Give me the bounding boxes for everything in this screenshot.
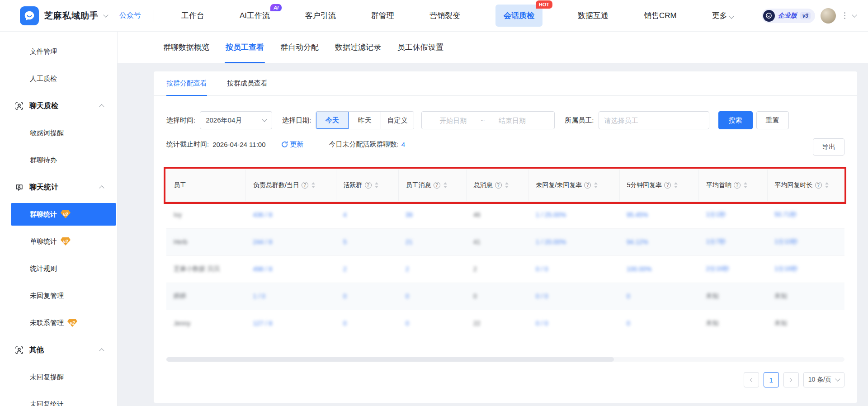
nav-item-marketing-fission[interactable]: 营销裂变 [429, 10, 460, 21]
sort-icon[interactable] [744, 182, 747, 188]
next-page-button[interactable] [783, 372, 799, 387]
help-icon[interactable]: ? [584, 182, 591, 189]
more-options-dots-icon[interactable] [844, 15, 845, 16]
tab-employee-vacation-settings[interactable]: 员工休假设置 [395, 31, 446, 63]
start-date-input[interactable] [428, 117, 478, 124]
sort-icon[interactable] [443, 182, 447, 188]
prev-page-button[interactable] [744, 372, 759, 387]
tab-auto-group-assignment[interactable]: 群自动分配 [278, 31, 321, 63]
sidebar-item-uncontacted-management[interactable]: 未联系管理 v2 [0, 309, 117, 336]
help-icon[interactable]: ? [815, 182, 822, 189]
hot-badge: HOT [536, 0, 552, 9]
sub-tabs: 按群分配查看 按群成员查看 [154, 71, 857, 96]
refresh-link[interactable]: 更新 [281, 140, 304, 149]
page-size-select[interactable]: 10 条/页 [803, 372, 844, 387]
date-option-yesterday[interactable]: 昨天 [349, 112, 381, 129]
subtab-by-group-assignment[interactable]: 按群分配查看 [166, 71, 207, 95]
user-avatar[interactable] [821, 8, 836, 24]
date-option-custom[interactable]: 自定义 [381, 112, 414, 129]
sidebar-group-chat-qc[interactable]: 聊天质检 [0, 92, 117, 119]
official-account-link[interactable]: 公众号 [119, 11, 141, 20]
col-staff-messages: 员工消息? [398, 170, 466, 201]
col-unreplied-rate: 未回复/未回复率? [528, 170, 619, 201]
nav-item-more[interactable]: 更多 [712, 10, 733, 21]
sidebar-item-single-chat-stats[interactable]: 单聊统计 v2 [0, 228, 117, 255]
nav-item-session-qc[interactable]: 会话质检HOT [495, 5, 542, 27]
subtab-by-group-member[interactable]: 按群成员查看 [227, 71, 268, 95]
nav-item-customer-acquisition[interactable]: 客户引流 [305, 10, 336, 21]
nav-item-group-management[interactable]: 群管理 [371, 10, 394, 21]
sidebar-item-unreplied-alert[interactable]: 未回复提醒 [0, 364, 117, 391]
sort-icon[interactable] [505, 182, 509, 188]
collapse-chevron-icon[interactable] [99, 348, 104, 353]
sort-icon[interactable] [825, 182, 829, 188]
search-button[interactable]: 搜索 [718, 111, 753, 129]
sort-icon[interactable] [375, 182, 378, 188]
brand[interactable]: 芝麻私域助手 [20, 6, 108, 25]
table-row: Herb 244 / 8 5 21 41 1 / 20.00% 94.12% 1… [166, 228, 844, 255]
col-5min-reply-rate: 5分钟回复率? [619, 170, 699, 201]
filter-bar: 选择时间: 2026年04月 选择日期: 今天 昨天 自定义 ~ 所属员工: 搜… [166, 111, 844, 129]
help-icon[interactable]: ? [302, 182, 308, 189]
brand-chevron-down-icon [103, 12, 108, 17]
scrollbar-thumb[interactable] [166, 357, 614, 362]
table-header-row: 员工 负责总群数/当日? 活跃群? 员工消息? 总消息? 未回复/未回复率? 5… [166, 170, 844, 201]
pagination: 1 10 条/页 [744, 372, 844, 387]
edition-badge[interactable]: 企业版 v3 [762, 9, 815, 23]
v2-badge: v2 [61, 210, 71, 218]
sidebar-item-group-chat-stats[interactable]: 群聊统计 v2 [11, 203, 116, 226]
tab-data-filter-records[interactable]: 数据过滤记录 [332, 31, 384, 63]
chat-person-icon [15, 184, 23, 191]
date-filter-label: 选择日期: [282, 116, 311, 125]
page-tabs: 群聊数据概览 按员工查看 群自动分配 数据过滤记录 员工休假设置 [118, 32, 868, 63]
table-row: 婷婷 1 / 0 0 0 0 0 / 0 0 未知 未知 [166, 283, 844, 310]
help-icon[interactable]: ? [495, 182, 502, 189]
employee-stats-table-wrap: 员工 负责总群数/当日? 活跃群? 员工消息? 总消息? 未回复/未回复率? 5… [166, 170, 844, 337]
help-icon[interactable]: ? [664, 182, 671, 189]
navbar-right: 企业版 v3 [762, 8, 856, 24]
export-button[interactable]: 导出 [813, 138, 844, 156]
nav-item-sales-crm[interactable]: 销售CRM [644, 10, 677, 21]
user-menu-chevron-down-icon[interactable] [852, 12, 857, 17]
sidebar-item-sensitive-word-alert[interactable]: 敏感词提醒 [0, 119, 117, 146]
tab-view-by-employee[interactable]: 按员工查看 [223, 31, 267, 63]
sidebar-item-manual-qc[interactable]: 人工质检 [0, 65, 117, 92]
sidebar-item-file-management[interactable]: 文件管理 [0, 38, 117, 65]
sort-icon[interactable] [594, 182, 598, 188]
col-total-groups: 负责总群数/当日? [246, 170, 336, 201]
sort-icon[interactable] [311, 182, 315, 188]
select-chevron-down-icon [835, 376, 840, 381]
help-icon[interactable]: ? [365, 182, 372, 189]
sort-icon[interactable] [674, 182, 678, 188]
stats-bar: 统计截止时间: 2026-04-24 11:00 更新 今日未分配活跃群聊数: … [166, 140, 844, 149]
end-date-input[interactable] [487, 117, 537, 124]
sidebar-item-unreplied-management[interactable]: 未回复管理 [0, 282, 117, 309]
sidebar-group-chat-statistics[interactable]: 聊天统计 [0, 174, 117, 201]
unassigned-active-groups-value[interactable]: 4 [401, 141, 405, 148]
horizontal-scrollbar[interactable] [166, 357, 844, 362]
current-page-button[interactable]: 1 [764, 372, 779, 387]
collapse-chevron-icon[interactable] [99, 185, 104, 190]
date-option-today[interactable]: 今天 [316, 112, 349, 129]
col-total-messages: 总消息? [466, 170, 528, 201]
range-separator: ~ [481, 117, 485, 124]
cutoff-time-value: 2026-04-24 11:00 [212, 141, 265, 148]
employee-select-input[interactable] [599, 111, 709, 129]
reset-button[interactable]: 重置 [756, 111, 789, 129]
collapse-chevron-icon[interactable] [99, 104, 104, 109]
sidebar-item-stats-rules[interactable]: 统计规则 [0, 255, 117, 282]
month-select[interactable]: 2026年04月 [200, 111, 272, 129]
sidebar-item-unreplied-stats[interactable]: 未回复统计 [0, 391, 117, 406]
nav-menu: 工作台 AI工作流AI 客户引流 群管理 营销裂变 会话质检HOT 数据互通 销… [181, 5, 733, 27]
cutoff-time-label: 统计截止时间: [166, 140, 209, 149]
sidebar-group-other[interactable]: 其他 [0, 336, 117, 364]
nav-item-ai-workflow[interactable]: AI工作流AI [240, 10, 270, 21]
sidebar-item-group-chat-todo[interactable]: 群聊待办 [0, 146, 117, 174]
help-icon[interactable]: ? [434, 182, 440, 189]
nav-item-data-interop[interactable]: 数据互通 [578, 10, 609, 21]
date-range-input[interactable]: ~ [421, 111, 555, 129]
nav-item-workbench[interactable]: 工作台 [181, 10, 204, 21]
tab-group-data-overview[interactable]: 群聊数据概览 [160, 31, 212, 63]
refresh-icon [281, 141, 288, 148]
help-icon[interactable]: ? [734, 182, 741, 189]
